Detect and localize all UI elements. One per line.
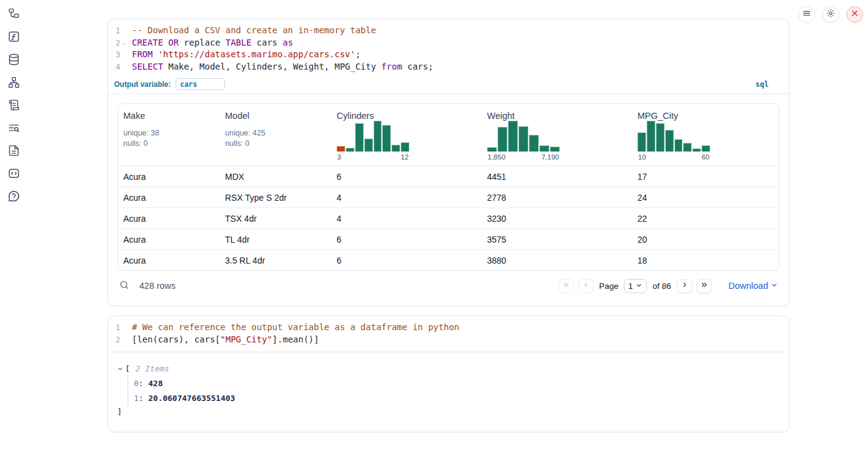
last-page-button[interactable] [697,279,712,293]
first-page-button[interactable] [559,279,574,293]
table-cell: TL 4dr [220,229,332,249]
histogram-bar [518,126,528,152]
output-variable-input[interactable] [176,78,225,90]
items-summary: 2 Items [136,363,170,375]
chevron-right-icon [681,280,689,291]
item-key: 1 [134,394,139,403]
table-row[interactable]: AcuraTL 4dr6357520 [118,229,779,249]
table-cell: MDX [220,166,332,187]
table-cell: Acura [118,208,220,229]
page-select[interactable]: 1 [624,279,647,293]
settings-button[interactable] [822,6,839,23]
column-stats: unique: 38nulls: 0 [123,128,215,148]
output-variable-label: Output variable: [114,80,171,89]
sidebar-item-logs[interactable] [7,99,20,113]
histogram-bar [692,148,701,152]
result-table: Makeunique: 38nulls: 0Modelunique: 425nu… [118,103,779,271]
sidebar-item-documentation[interactable] [7,145,20,158]
table-footer: 428 rows Page 1 of 86 [118,275,779,297]
table-cell: 17 [633,166,779,187]
table-row[interactable]: Acura3.5 RL 4dr6388018 [118,249,779,270]
table-cell: Acura [118,187,220,208]
cylinders-histogram: 312 [337,121,409,162]
code-line: 2[len(cars), cars["MPG_City"].mean()] [108,334,783,346]
axis-min-label: 1,850 [488,153,506,161]
table-row[interactable]: AcuraTSX 4dr4323022 [118,208,779,229]
histogram-bar [337,146,345,152]
top-toolbar [798,6,863,23]
column-header-make[interactable]: Makeunique: 38nulls: 0 [118,104,220,166]
bracket-close: ] [117,406,779,418]
table-cell: 3575 [482,229,633,249]
sidebar-item-snippets[interactable] [7,168,20,181]
sidebar-item-variables[interactable] [7,31,20,44]
sql-code-editor[interactable]: 1-- Download a CSV and create an in-memo… [108,19,789,77]
line-number: 1 [108,322,120,334]
histogram-bar [529,135,539,152]
previous-page-button[interactable] [578,279,594,293]
collapse-caret-icon[interactable] [117,366,125,372]
line-number: 2 [108,334,120,346]
line-number: 1 [108,25,120,37]
column-header-mpg_city[interactable]: MPG_City1060 [633,104,779,166]
histogram-bar [539,145,549,152]
histogram-axis: 1060 [637,153,710,162]
table-row[interactable]: AcuraMDX6445117 [118,166,779,187]
fold-gutter [120,322,128,334]
sidebar-item-datasources[interactable] [7,54,20,67]
histogram-bar [647,121,655,152]
python-code-editor[interactable]: 1# We can reference the output variable … [108,316,789,352]
sidebar-item-help[interactable] [7,190,20,204]
histogram-bar [550,147,560,152]
sidebar [0,0,27,449]
table-cell: 3230 [482,208,633,229]
python-output-tree: [ 2 Items 0: 4281: 20.060747663551403 ] [108,352,789,432]
fold-gutter [120,61,128,73]
sidebar-item-dependencies[interactable] [7,76,20,90]
histogram-bar [508,121,518,152]
column-header-cylinders[interactable]: Cylinders312 [332,104,482,166]
code-text: -- Download a CSV and create an in-memor… [132,25,376,37]
table-search-button[interactable] [119,279,133,293]
help-bubble-icon [7,190,20,205]
row-count: 428 rows [139,281,176,291]
histogram-bar [683,143,692,152]
fold-gutter [120,25,128,37]
search-icon [119,280,129,293]
table-cell: 6 [332,250,482,270]
sidebar-item-outline[interactable] [7,122,20,136]
notebook-menu-button[interactable] [798,6,815,23]
table-cell: 18 [633,250,779,270]
bracket-open: [ [125,363,130,375]
sidebar-item-file-explorer[interactable] [7,8,20,22]
dependency-graph-icon [7,76,20,91]
next-page-button[interactable] [677,279,692,293]
histogram-bar [346,148,354,152]
code-line: 4SELECT Make, Model, Cylinders, Weight, … [108,61,783,73]
mpg_city-histogram: 1060 [637,121,710,162]
code-line: 1# We can reference the output variable … [108,322,783,334]
column-label: MPG_City [637,111,774,121]
column-header-model[interactable]: Modelunique: 425nulls: 0 [220,104,332,166]
table-body: AcuraMDX6445117AcuraRSX Type S 2dr427782… [118,166,779,270]
tree-item: 1: 20.060747663551403 [134,394,779,403]
fold-chevron-icon[interactable]: ⌄ [120,37,128,49]
file-tree-icon [7,7,20,23]
table-cell: 4 [332,187,482,208]
histogram-bar [364,139,373,152]
pagination: Page 1 of 86 [559,279,712,293]
tree-items: 0: 4281: 20.060747663551403 [128,375,779,406]
download-button[interactable]: Download [729,281,779,291]
sql-cell: 1-- Download a CSV and create an in-memo… [107,18,790,306]
histogram-bars [487,121,560,152]
table-cell: Acura [118,229,220,249]
table-cell: 20 [633,229,779,249]
code-text: CREATE OR replace TABLE cars as [132,37,293,49]
histogram-bar [374,121,382,152]
histogram-bar [497,127,507,152]
shutdown-button[interactable] [846,6,863,23]
histogram-bar [702,145,710,152]
column-header-weight[interactable]: Weight1,8507,190 [482,104,633,166]
table-row[interactable]: AcuraRSX Type S 2dr4277824 [118,187,779,208]
line-number: 4 [108,61,120,73]
